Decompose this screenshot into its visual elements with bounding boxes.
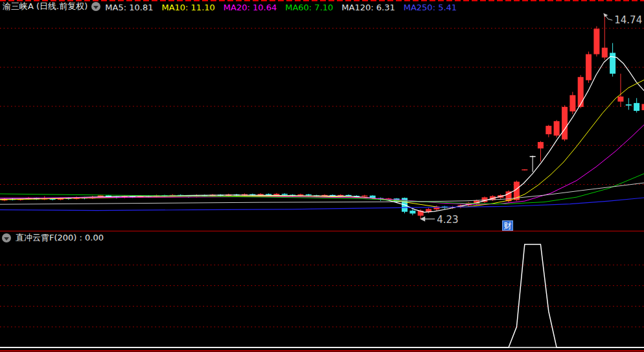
chevron-down-icon[interactable] <box>91 2 100 11</box>
ma250-line <box>0 198 644 211</box>
candle <box>569 92 575 114</box>
low-annotation: 4.23 <box>420 214 458 226</box>
ma20-line <box>0 125 644 205</box>
candle <box>626 98 632 110</box>
candle <box>593 27 599 57</box>
candle <box>546 125 551 137</box>
ma10-line <box>0 80 644 207</box>
indicator-header: 直冲云霄F(200) : 0.00 <box>2 233 104 243</box>
ma120-line <box>0 183 644 204</box>
main-gridlines <box>0 29 644 185</box>
candle <box>522 169 527 170</box>
ma-legend: MA5: 10.81MA10: 11.10MA20: 10.64MA60: 7.… <box>105 1 465 13</box>
low-price-label: 4.23 <box>437 214 458 226</box>
high-annotation: 14.74 <box>603 13 642 26</box>
ma-legend-item: MA10: 11.10 <box>161 3 214 12</box>
candle-body <box>306 194 312 196</box>
candles <box>2 14 644 219</box>
indicator-title: 直冲云霄F(200) : 0.00 <box>16 232 104 244</box>
candle-body <box>626 104 632 106</box>
candle-body <box>409 211 415 214</box>
candle-body <box>282 194 288 195</box>
candle <box>538 141 544 162</box>
candle-body <box>554 121 560 135</box>
candle-body <box>634 103 639 111</box>
ma-legend-item: MA5: 10.81 <box>105 3 153 12</box>
sub-gridlines <box>0 265 644 327</box>
candle-body <box>562 107 568 139</box>
ma-legend-item: MA120: 6.31 <box>341 3 395 12</box>
candle-body <box>522 169 527 170</box>
candle-body <box>617 97 623 102</box>
candle-body <box>538 142 544 148</box>
candle-body <box>266 194 271 195</box>
candle <box>530 156 536 172</box>
candle-body <box>362 196 367 197</box>
stock-title: 渝三峡A (日线.前复权) <box>3 1 87 12</box>
candle <box>634 98 639 112</box>
candle <box>554 120 560 137</box>
main-chart-header: 渝三峡A (日线.前复权) MA5: 10.81MA10: 11.10MA20:… <box>3 1 465 12</box>
indicator-line <box>0 244 644 347</box>
candle-body <box>586 54 592 80</box>
candle-body <box>602 48 608 58</box>
candle <box>362 195 367 198</box>
candle <box>610 43 615 76</box>
ma-legend-item: MA60: 7.10 <box>285 3 333 12</box>
candle <box>409 209 415 216</box>
candle <box>562 106 568 141</box>
ma5-line <box>0 56 644 212</box>
candle-body <box>610 53 615 74</box>
candle-body <box>569 95 575 111</box>
candle-body <box>530 156 536 157</box>
candle <box>578 75 584 108</box>
candle <box>642 102 644 111</box>
candle-body <box>642 104 644 110</box>
candle <box>426 208 431 214</box>
finance-report-badge[interactable]: 财 <box>502 220 513 231</box>
tdx-chart-window: 14.744.23 渝三峡A (日线.前复权) MA5: 10.81MA10: … <box>0 0 644 352</box>
candle-body <box>578 77 584 107</box>
candle-body <box>593 29 599 54</box>
candle <box>617 74 623 107</box>
ma-legend-item: MA250: 5.41 <box>404 3 457 12</box>
chart-canvas[interactable]: 14.744.23 <box>0 0 644 352</box>
high-price-label: 14.74 <box>614 14 642 26</box>
candle <box>586 52 592 83</box>
ma-legend-item: MA20: 10.64 <box>224 3 277 12</box>
chevron-down-icon[interactable] <box>2 233 11 242</box>
candle <box>602 14 608 60</box>
high-arrowhead <box>603 13 608 17</box>
candle-body <box>546 126 551 134</box>
candle-body <box>273 194 279 195</box>
ma60-line <box>0 174 644 204</box>
